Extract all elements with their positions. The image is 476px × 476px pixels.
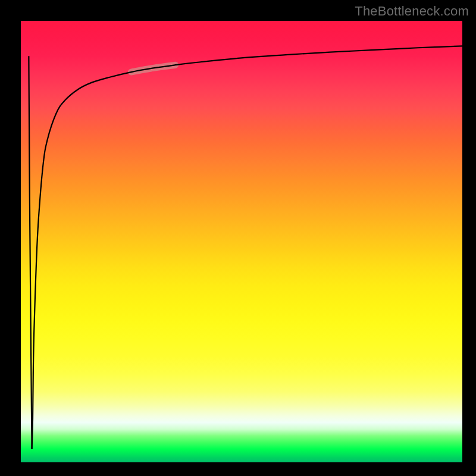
- watermark-text: TheBottleneck.com: [355, 4, 469, 19]
- curve-svg: [21, 21, 462, 462]
- plot-area: [21, 21, 462, 462]
- initial-drop-path: [29, 56, 32, 449]
- main-curve-path: [32, 46, 462, 449]
